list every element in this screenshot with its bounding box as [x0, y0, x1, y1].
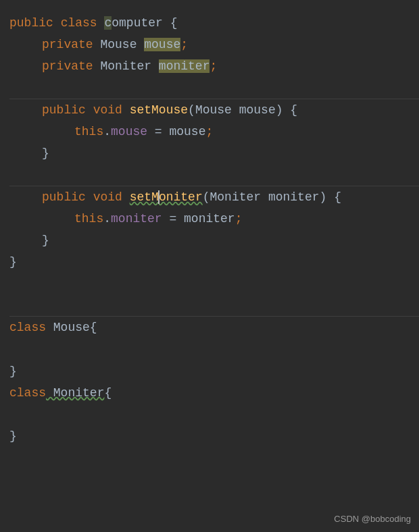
dot: .: [103, 212, 111, 225]
code-line[interactable]: public void setMoniter(Moniter moniter) …: [9, 186, 419, 208]
brace: }: [42, 147, 49, 160]
keyword-private: private: [42, 59, 93, 73]
watermark-text: CSDN @bobcoding: [334, 511, 411, 527]
assign: = mouse: [147, 125, 205, 138]
brace: }: [9, 365, 17, 378]
code-line[interactable]: private Mouse mouse;: [9, 34, 419, 55]
brace: {: [104, 386, 112, 400]
keyword-class: class: [9, 386, 46, 400]
keyword-public: public: [9, 16, 53, 30]
blank-line: [9, 294, 419, 316]
code-line[interactable]: }: [9, 361, 419, 382]
class-name: Moniter: [46, 386, 104, 400]
caret-char-highlight: c: [104, 16, 112, 30]
code-line[interactable]: }: [9, 230, 419, 251]
class-name: omputer: [112, 16, 163, 30]
class-name: Mouse: [46, 321, 90, 334]
brace: {: [283, 103, 298, 117]
method-params: (Mouse mouse): [188, 103, 282, 117]
keyword-private: private: [42, 38, 93, 51]
code-line[interactable]: this.mouse = mouse;: [9, 121, 419, 142]
semicolon: ;: [235, 212, 243, 225]
brace: }: [9, 255, 17, 269]
code-line[interactable]: }: [9, 142, 419, 164]
field-highlight: mouse: [144, 38, 180, 51]
brace: {: [163, 16, 178, 30]
method-name: setM: [130, 190, 159, 204]
field-highlight: moniter: [159, 59, 210, 73]
method-name: oniter: [159, 190, 203, 204]
semicolon: ;: [210, 59, 217, 73]
blank-line: [9, 77, 419, 99]
brace: {: [90, 321, 97, 334]
assign: = moniter: [162, 212, 235, 225]
code-line[interactable]: private Moniter moniter;: [9, 55, 419, 77]
code-editor[interactable]: public class computer { private Mouse mo…: [0, 0, 419, 447]
blank-line: [9, 338, 419, 360]
code-line[interactable]: }: [9, 425, 419, 447]
semicolon: ;: [205, 125, 213, 138]
method-name: setMouse: [130, 103, 188, 117]
brace: {: [326, 190, 341, 204]
method-params: (Moniter moniter): [203, 190, 327, 204]
type-name: Mouse: [93, 38, 145, 51]
brace: }: [42, 234, 49, 247]
keyword-this: this: [74, 125, 103, 138]
code-line[interactable]: public void setMouse(Mouse mouse) {: [9, 99, 419, 121]
keyword-class: class: [61, 16, 97, 30]
keyword-public: public: [42, 190, 86, 204]
brace: }: [9, 429, 17, 443]
text-cursor: [158, 190, 159, 204]
keyword-public: public: [42, 103, 86, 117]
keyword-void: void: [93, 190, 122, 204]
blank-line: [9, 164, 419, 186]
code-line[interactable]: class Moniter{: [9, 382, 419, 404]
keyword-class: class: [9, 321, 46, 334]
code-line[interactable]: class Mouse{: [9, 317, 419, 338]
semicolon: ;: [180, 38, 188, 51]
field-ref: mouse: [111, 125, 147, 138]
keyword-this: this: [74, 212, 103, 225]
code-line[interactable]: this.moniter = moniter;: [9, 208, 419, 230]
dot: .: [103, 125, 111, 138]
type-name: Moniter: [93, 59, 159, 73]
blank-line: [9, 404, 419, 425]
code-line[interactable]: }: [9, 251, 419, 273]
blank-line: [9, 273, 419, 294]
field-ref: moniter: [111, 212, 162, 225]
keyword-void: void: [93, 103, 122, 117]
code-line[interactable]: public class computer {: [9, 12, 419, 34]
